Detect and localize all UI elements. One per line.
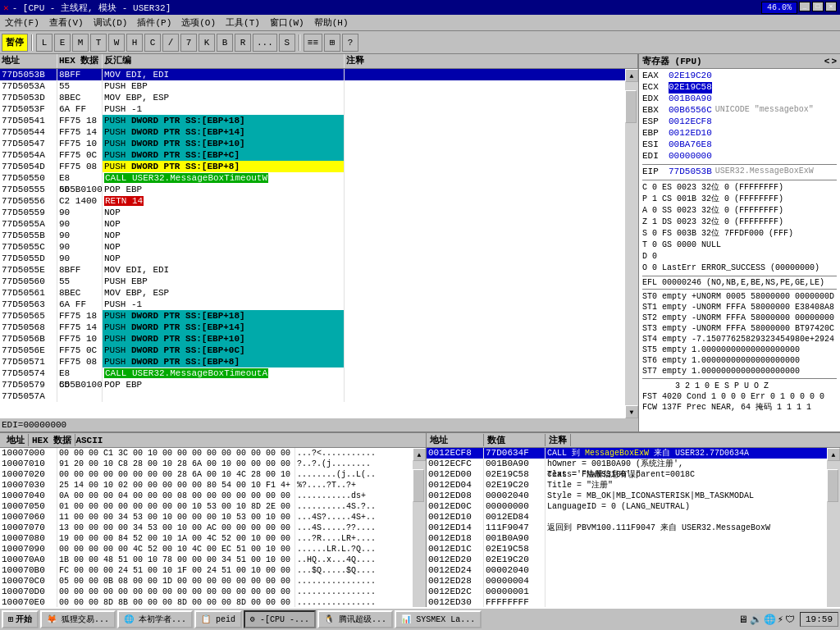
table-row[interactable]: 100070A01B 00 00 48 51 00 10 78 00 00 00… xyxy=(0,555,413,565)
toolbar-btn-L[interactable]: L xyxy=(36,34,52,52)
taskbar-sysmex[interactable]: 📊 SYSMEX La... xyxy=(395,610,482,628)
table-row[interactable]: 1000706011 00 00 00 34 53 00 10 00 00 00… xyxy=(0,512,413,523)
scroll-thumb[interactable] xyxy=(625,90,637,123)
stack-content[interactable]: 0012ECF8 77D0634F CALL 到 MessageBoxExW 来… xyxy=(427,448,827,630)
table-row[interactable]: 77D5055C 90 NOP xyxy=(0,241,625,253)
table-row[interactable]: 1000702000 00 00 00 00 00 00 00 28 6A 00… xyxy=(0,469,413,480)
menu-file[interactable]: 文件(F) xyxy=(0,15,44,30)
toolbar-btn-B[interactable]: B xyxy=(217,34,233,52)
pause-button[interactable]: 暂停 xyxy=(2,34,28,52)
toolbar-btn-dbg1[interactable]: ≡≡ xyxy=(304,34,322,52)
tray-icon-2[interactable]: 🔊 xyxy=(750,614,762,626)
table-row[interactable]: 77D5056B FF75 10 PUSH DWORD PTR SS:[EBP+… xyxy=(0,333,625,345)
table-row[interactable]: 1000708019 00 00 00 84 52 00 10 1A 00 4C… xyxy=(0,533,413,544)
scroll-track[interactable] xyxy=(625,82,638,405)
taskbar-cpu[interactable]: ⚙ -[CPU -... xyxy=(244,610,316,628)
table-row[interactable]: 77D50555 5D POP EBP xyxy=(0,184,625,195)
toolbar-btn-dbg3[interactable]: ? xyxy=(342,34,358,52)
disasm-scrollbar[interactable]: ▲ ▼ xyxy=(625,69,638,418)
table-row[interactable]: 77D50565 FF75 18 PUSH DWORD PTR SS:[EBP+… xyxy=(0,310,625,322)
table-row[interactable]: 100070D000 00 00 00 00 00 00 00 00 00 00… xyxy=(0,587,413,597)
table-row[interactable]: 77D50550 E8 665B0100 CALL USER32.Message… xyxy=(0,172,625,184)
toolbar-btn-dbg2[interactable]: ⊞ xyxy=(324,34,340,52)
scroll-down-button[interactable]: ▼ xyxy=(625,405,638,418)
table-row[interactable]: 77D5055E 8BFF MOV EDI, EDI xyxy=(0,264,625,276)
stack-scroll-thumb[interactable] xyxy=(827,469,838,502)
scroll-up-button[interactable]: ▲ xyxy=(625,69,638,82)
toolbar-btn-W[interactable]: W xyxy=(108,34,125,52)
table-row[interactable]: 1000700000 00 00 C1 3C 00 10 00 00 00 00… xyxy=(0,448,413,459)
table-row[interactable]: 77D50544 FF75 14 PUSH DWORD PTR SS:[EBP+… xyxy=(0,126,625,138)
table-row[interactable]: 0012ED28 00000004 xyxy=(427,576,827,587)
table-row[interactable]: 77D5056E FF75 0C PUSH DWORD PTR SS:[EBP+… xyxy=(0,345,625,356)
table-row[interactable]: 0012ED10 0012ED84 xyxy=(427,512,827,523)
table-row[interactable]: 0012ED04 02E19C20 Title = "注册" xyxy=(427,480,827,491)
table-row[interactable]: 77D50541 FF75 18 PUSH DWORD PTR SS:[EBP+… xyxy=(0,115,625,126)
taskbar[interactable]: ⊞ 开始 🦊 狐狸交易... 🌐 本初学者... 📋 peid ⚙ -[CPU … xyxy=(0,607,840,630)
table-row[interactable]: 77D5053D 8BEC MOV EBP, ESP xyxy=(0,92,625,103)
stack-scroll-up[interactable]: ▲ xyxy=(827,448,840,461)
reg-left-arrow[interactable]: < xyxy=(824,57,830,66)
table-row[interactable]: 77D5054D FF75 08 PUSH DWORD PTR SS:[EBP+… xyxy=(0,161,625,172)
table-row[interactable]: 77D50568 FF75 14 PUSH DWORD PTR SS:[EBP+… xyxy=(0,322,625,333)
table-row[interactable]: 77D5055A 90 NOP xyxy=(0,218,625,230)
table-row[interactable]: 1000705001 00 00 00 00 00 00 00 00 10 53… xyxy=(0,501,413,512)
taskbar-fox[interactable]: 🦊 狐狸交易... xyxy=(40,610,116,628)
table-row[interactable]: 77D50563 6A FF PUSH -1 xyxy=(0,299,625,310)
hex-scrollbar[interactable]: ▲ ▼ xyxy=(413,448,426,630)
table-row[interactable]: 77D50556 C2 1400 RETN 14 xyxy=(0,195,625,207)
toolbar-btn-C[interactable]: C xyxy=(144,34,161,52)
menu-window[interactable]: 窗口(W) xyxy=(265,15,309,30)
table-row[interactable]: 77D5054A FF75 0C PUSH DWORD PTR SS:[EBP+… xyxy=(0,149,625,161)
table-row[interactable]: 1000709000 00 00 00 00 4C 52 00 10 4C 00… xyxy=(0,544,413,555)
menu-options[interactable]: 选项(O) xyxy=(176,15,221,30)
table-row[interactable]: 77D5055D 90 NOP xyxy=(0,253,625,264)
table-row[interactable]: 77D5053F 6A FF PUSH -1 xyxy=(0,103,625,115)
table-row[interactable]: 0012ED14 111F9047 返回到 PBVM100.111F9047 来… xyxy=(427,523,827,533)
toolbar-btn-H[interactable]: H xyxy=(126,34,143,52)
table-row[interactable]: 1000701091 20 00 10 C8 28 00 10 28 6A 00… xyxy=(0,459,413,469)
menu-plugins[interactable]: 插件(P) xyxy=(132,15,176,30)
table-row[interactable]: 0012ED2C 00000001 xyxy=(427,587,827,597)
maximize-button[interactable]: □ xyxy=(812,2,824,11)
tray-icon-4[interactable]: ⚡ xyxy=(778,614,783,626)
table-row[interactable]: 77D5055B 90 NOP xyxy=(0,230,625,241)
table-row[interactable]: 77D5053A 55 PUSH EBP xyxy=(0,80,625,92)
table-row[interactable]: 0012ED0C 00000000 LanguageID = 0 (LANG_N… xyxy=(427,501,827,512)
toolbar-btn-E[interactable]: E xyxy=(54,34,71,52)
table-row[interactable]: 1000703025 14 00 10 02 00 00 00 00 00 80… xyxy=(0,480,413,491)
table-row[interactable]: 0012ED00 02E19C58 Text = "注册信息有误" xyxy=(427,469,827,480)
toolbar-btn-dot[interactable]: ... xyxy=(253,34,277,52)
table-row[interactable]: 77D50571 FF75 08 PUSH DWORD PTR SS:[EBP+… xyxy=(0,356,625,368)
menu-view[interactable]: 查看(V) xyxy=(44,15,89,30)
taskbar-qq[interactable]: 🐧 腾讯超级... xyxy=(317,610,393,628)
table-row[interactable]: 0012ED18 001B0A90 xyxy=(427,533,827,544)
toolbar-btn-K[interactable]: K xyxy=(199,34,215,52)
table-row[interactable]: 1000707013 00 00 00 00 34 53 00 10 00 AC… xyxy=(0,523,413,533)
hex-content[interactable]: 1000700000 00 00 C1 3C 00 10 00 00 00 00… xyxy=(0,448,413,630)
toolbar-btn-S[interactable]: S xyxy=(279,34,295,52)
taskbar-peid[interactable]: 📋 peid xyxy=(194,610,242,628)
table-row[interactable]: 77D50574 E8 C55B0100 CALL USER32.Message… xyxy=(0,368,625,379)
menu-tools[interactable]: 工具(T) xyxy=(221,15,265,30)
table-row[interactable]: 0012ED08 00002040 Style = MB_OK|MB_ICONA… xyxy=(427,491,827,501)
toolbar-btn-T[interactable]: T xyxy=(90,34,107,52)
hex-scroll-thumb[interactable] xyxy=(413,469,424,502)
toolbar-btn-slash[interactable]: / xyxy=(162,34,179,52)
close-button[interactable]: ✕ xyxy=(825,2,837,11)
table-row[interactable]: 100070C005 00 00 0B 08 00 00 1D 00 00 00… xyxy=(0,576,413,587)
table-row[interactable]: 77D5057A xyxy=(0,390,625,402)
table-row[interactable]: 77D50561 8BEC MOV EBP, ESP xyxy=(0,287,625,299)
table-row[interactable]: 100070400A 00 00 00 04 00 00 00 08 00 00… xyxy=(0,491,413,501)
start-button[interactable]: ⊞ 开始 xyxy=(2,610,39,628)
table-row[interactable]: 100070B0FC 00 00 00 24 51 00 10 1F 00 24… xyxy=(0,565,413,576)
hex-scroll-up[interactable]: ▲ xyxy=(413,448,426,461)
table-row[interactable]: 77D50560 55 PUSH EBP xyxy=(0,276,625,287)
table-row[interactable]: 0012ECFC 001B0A90 hOwner = 001B0A90 (系统注… xyxy=(427,459,827,469)
table-row[interactable]: 0012ED24 00002040 xyxy=(427,565,827,576)
table-row[interactable]: 77D50579 5D POP EBP xyxy=(0,379,625,390)
toolbar-btn-R[interactable]: R xyxy=(235,34,251,52)
toolbar-btn-7[interactable]: 7 xyxy=(180,34,197,52)
table-row[interactable]: 77D5053B 8BFF MOV EDI, EDI xyxy=(0,69,625,80)
table-row[interactable]: 0012ED20 02E19C20 xyxy=(427,555,827,565)
